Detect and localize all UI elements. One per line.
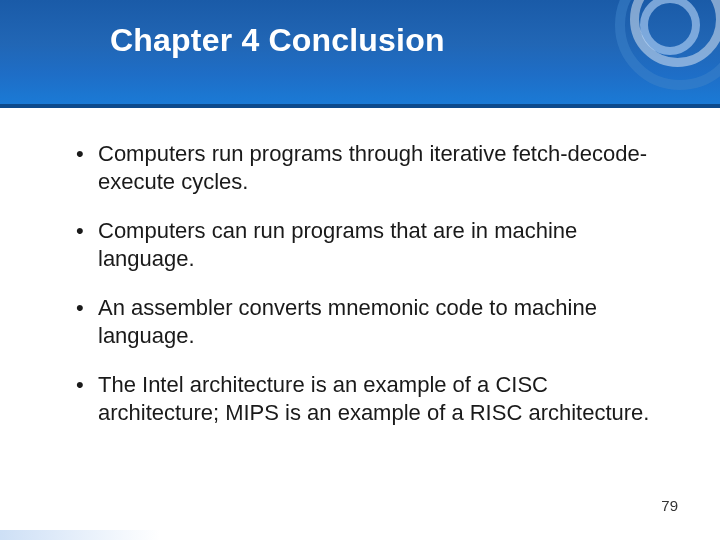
bullet-item: Computers run programs through iterative…	[70, 140, 660, 195]
footer-strip-decoration	[0, 530, 160, 540]
header-rings-decoration	[570, 0, 720, 108]
bullet-list: Computers run programs through iterative…	[70, 140, 660, 426]
slide-title: Chapter 4 Conclusion	[110, 22, 445, 59]
slide-content: Computers run programs through iterative…	[0, 108, 720, 426]
slide-header: Chapter 4 Conclusion	[0, 0, 720, 108]
page-number: 79	[661, 497, 678, 514]
bullet-item: An assembler converts mnemonic code to m…	[70, 294, 660, 349]
bullet-item: The Intel architecture is an example of …	[70, 371, 660, 426]
bullet-item: Computers can run programs that are in m…	[70, 217, 660, 272]
